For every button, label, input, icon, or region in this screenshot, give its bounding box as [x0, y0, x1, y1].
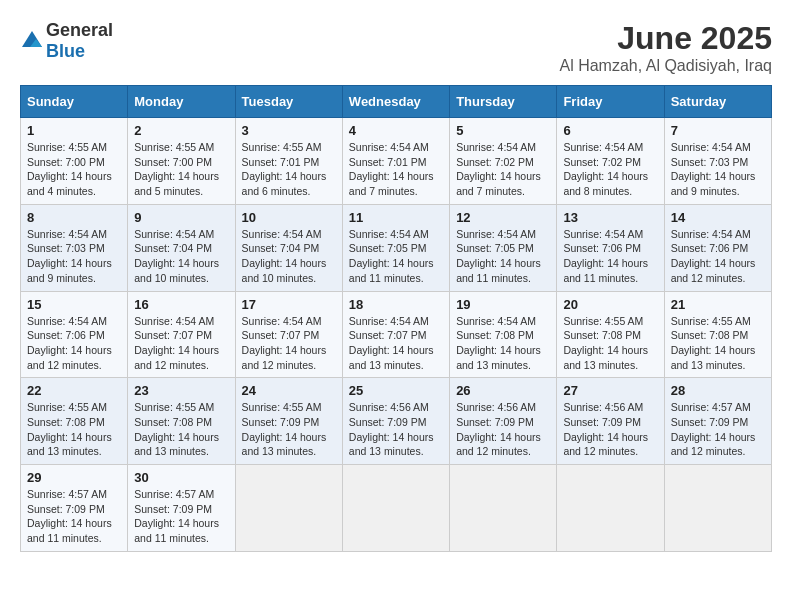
day-number: 22: [27, 383, 121, 398]
day-number: 1: [27, 123, 121, 138]
day-info: Sunrise: 4:54 AM Sunset: 7:05 PM Dayligh…: [349, 227, 443, 286]
day-number: 21: [671, 297, 765, 312]
day-info: Sunrise: 4:57 AM Sunset: 7:09 PM Dayligh…: [671, 400, 765, 459]
day-info: Sunrise: 4:56 AM Sunset: 7:09 PM Dayligh…: [456, 400, 550, 459]
day-number: 26: [456, 383, 550, 398]
day-number: 12: [456, 210, 550, 225]
table-row: 17 Sunrise: 4:54 AM Sunset: 7:07 PM Dayl…: [235, 291, 342, 378]
day-info: Sunrise: 4:55 AM Sunset: 7:08 PM Dayligh…: [671, 314, 765, 373]
table-row: 20 Sunrise: 4:55 AM Sunset: 7:08 PM Dayl…: [557, 291, 664, 378]
table-row: 5 Sunrise: 4:54 AM Sunset: 7:02 PM Dayli…: [450, 118, 557, 205]
day-number: 8: [27, 210, 121, 225]
day-info: Sunrise: 4:56 AM Sunset: 7:09 PM Dayligh…: [563, 400, 657, 459]
logo-icon: [20, 29, 44, 53]
calendar-header-row: Sunday Monday Tuesday Wednesday Thursday…: [21, 86, 772, 118]
day-info: Sunrise: 4:54 AM Sunset: 7:08 PM Dayligh…: [456, 314, 550, 373]
col-sunday: Sunday: [21, 86, 128, 118]
table-row: 4 Sunrise: 4:54 AM Sunset: 7:01 PM Dayli…: [342, 118, 449, 205]
calendar-week-row: 22 Sunrise: 4:55 AM Sunset: 7:08 PM Dayl…: [21, 378, 772, 465]
table-row: 28 Sunrise: 4:57 AM Sunset: 7:09 PM Dayl…: [664, 378, 771, 465]
day-number: 14: [671, 210, 765, 225]
table-row: 11 Sunrise: 4:54 AM Sunset: 7:05 PM Dayl…: [342, 204, 449, 291]
day-info: Sunrise: 4:56 AM Sunset: 7:09 PM Dayligh…: [349, 400, 443, 459]
day-number: 3: [242, 123, 336, 138]
main-title: June 2025: [559, 20, 772, 57]
day-info: Sunrise: 4:54 AM Sunset: 7:02 PM Dayligh…: [563, 140, 657, 199]
day-number: 30: [134, 470, 228, 485]
table-row: 22 Sunrise: 4:55 AM Sunset: 7:08 PM Dayl…: [21, 378, 128, 465]
logo-text-general: General: [46, 20, 113, 40]
col-tuesday: Tuesday: [235, 86, 342, 118]
day-info: Sunrise: 4:54 AM Sunset: 7:04 PM Dayligh…: [134, 227, 228, 286]
col-wednesday: Wednesday: [342, 86, 449, 118]
calendar-week-row: 1 Sunrise: 4:55 AM Sunset: 7:00 PM Dayli…: [21, 118, 772, 205]
calendar-week-row: 8 Sunrise: 4:54 AM Sunset: 7:03 PM Dayli…: [21, 204, 772, 291]
col-thursday: Thursday: [450, 86, 557, 118]
table-row: 13 Sunrise: 4:54 AM Sunset: 7:06 PM Dayl…: [557, 204, 664, 291]
table-row: 18 Sunrise: 4:54 AM Sunset: 7:07 PM Dayl…: [342, 291, 449, 378]
table-row: [235, 465, 342, 552]
day-number: 11: [349, 210, 443, 225]
day-number: 20: [563, 297, 657, 312]
day-number: 27: [563, 383, 657, 398]
day-info: Sunrise: 4:55 AM Sunset: 7:00 PM Dayligh…: [134, 140, 228, 199]
day-info: Sunrise: 4:55 AM Sunset: 7:08 PM Dayligh…: [27, 400, 121, 459]
table-row: 15 Sunrise: 4:54 AM Sunset: 7:06 PM Dayl…: [21, 291, 128, 378]
day-info: Sunrise: 4:55 AM Sunset: 7:00 PM Dayligh…: [27, 140, 121, 199]
day-number: 18: [349, 297, 443, 312]
table-row: 6 Sunrise: 4:54 AM Sunset: 7:02 PM Dayli…: [557, 118, 664, 205]
day-info: Sunrise: 4:54 AM Sunset: 7:03 PM Dayligh…: [671, 140, 765, 199]
header: General Blue June 2025 Al Hamzah, Al Qad…: [20, 20, 772, 75]
table-row: [450, 465, 557, 552]
day-number: 25: [349, 383, 443, 398]
table-row: 24 Sunrise: 4:55 AM Sunset: 7:09 PM Dayl…: [235, 378, 342, 465]
table-row: 25 Sunrise: 4:56 AM Sunset: 7:09 PM Dayl…: [342, 378, 449, 465]
day-number: 17: [242, 297, 336, 312]
table-row: 14 Sunrise: 4:54 AM Sunset: 7:06 PM Dayl…: [664, 204, 771, 291]
table-row: 26 Sunrise: 4:56 AM Sunset: 7:09 PM Dayl…: [450, 378, 557, 465]
table-row: [342, 465, 449, 552]
day-info: Sunrise: 4:54 AM Sunset: 7:07 PM Dayligh…: [349, 314, 443, 373]
day-info: Sunrise: 4:54 AM Sunset: 7:07 PM Dayligh…: [134, 314, 228, 373]
col-friday: Friday: [557, 86, 664, 118]
table-row: 29 Sunrise: 4:57 AM Sunset: 7:09 PM Dayl…: [21, 465, 128, 552]
title-area: June 2025 Al Hamzah, Al Qadisiyah, Iraq: [559, 20, 772, 75]
table-row: 7 Sunrise: 4:54 AM Sunset: 7:03 PM Dayli…: [664, 118, 771, 205]
table-row: 9 Sunrise: 4:54 AM Sunset: 7:04 PM Dayli…: [128, 204, 235, 291]
col-saturday: Saturday: [664, 86, 771, 118]
day-info: Sunrise: 4:54 AM Sunset: 7:06 PM Dayligh…: [671, 227, 765, 286]
table-row: [664, 465, 771, 552]
table-row: 21 Sunrise: 4:55 AM Sunset: 7:08 PM Dayl…: [664, 291, 771, 378]
day-number: 7: [671, 123, 765, 138]
day-number: 10: [242, 210, 336, 225]
day-number: 16: [134, 297, 228, 312]
logo-text-blue: Blue: [46, 41, 85, 61]
sub-title: Al Hamzah, Al Qadisiyah, Iraq: [559, 57, 772, 75]
day-info: Sunrise: 4:54 AM Sunset: 7:05 PM Dayligh…: [456, 227, 550, 286]
day-info: Sunrise: 4:54 AM Sunset: 7:07 PM Dayligh…: [242, 314, 336, 373]
day-number: 6: [563, 123, 657, 138]
day-info: Sunrise: 4:55 AM Sunset: 7:09 PM Dayligh…: [242, 400, 336, 459]
logo: General Blue: [20, 20, 113, 62]
table-row: 2 Sunrise: 4:55 AM Sunset: 7:00 PM Dayli…: [128, 118, 235, 205]
day-number: 19: [456, 297, 550, 312]
table-row: 8 Sunrise: 4:54 AM Sunset: 7:03 PM Dayli…: [21, 204, 128, 291]
day-number: 24: [242, 383, 336, 398]
day-number: 13: [563, 210, 657, 225]
table-row: 23 Sunrise: 4:55 AM Sunset: 7:08 PM Dayl…: [128, 378, 235, 465]
table-row: 3 Sunrise: 4:55 AM Sunset: 7:01 PM Dayli…: [235, 118, 342, 205]
day-number: 15: [27, 297, 121, 312]
table-row: 19 Sunrise: 4:54 AM Sunset: 7:08 PM Dayl…: [450, 291, 557, 378]
day-info: Sunrise: 4:57 AM Sunset: 7:09 PM Dayligh…: [134, 487, 228, 546]
table-row: 1 Sunrise: 4:55 AM Sunset: 7:00 PM Dayli…: [21, 118, 128, 205]
day-number: 5: [456, 123, 550, 138]
calendar-table: Sunday Monday Tuesday Wednesday Thursday…: [20, 85, 772, 552]
table-row: 27 Sunrise: 4:56 AM Sunset: 7:09 PM Dayl…: [557, 378, 664, 465]
table-row: 10 Sunrise: 4:54 AM Sunset: 7:04 PM Dayl…: [235, 204, 342, 291]
calendar-week-row: 15 Sunrise: 4:54 AM Sunset: 7:06 PM Dayl…: [21, 291, 772, 378]
day-info: Sunrise: 4:54 AM Sunset: 7:01 PM Dayligh…: [349, 140, 443, 199]
day-info: Sunrise: 4:55 AM Sunset: 7:08 PM Dayligh…: [134, 400, 228, 459]
day-info: Sunrise: 4:54 AM Sunset: 7:06 PM Dayligh…: [563, 227, 657, 286]
day-number: 9: [134, 210, 228, 225]
day-info: Sunrise: 4:55 AM Sunset: 7:01 PM Dayligh…: [242, 140, 336, 199]
